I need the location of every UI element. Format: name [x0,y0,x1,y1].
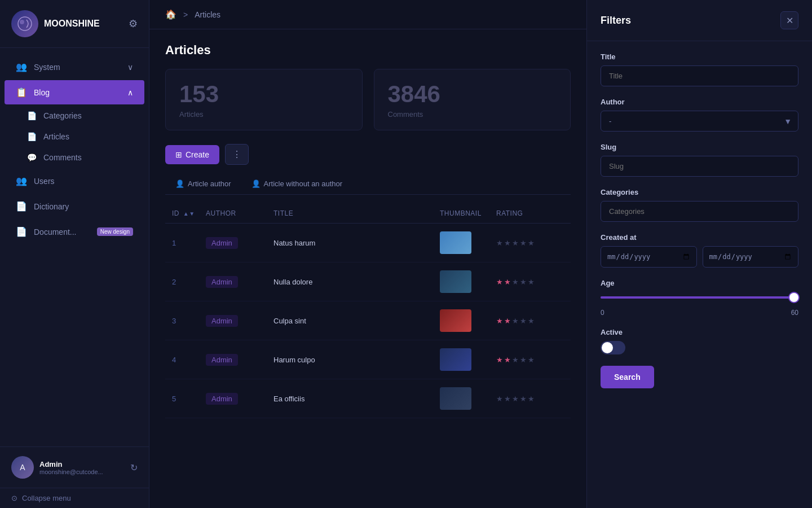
cell-thumbnail [440,231,496,254]
author-tab-icon: 👤 [175,179,184,188]
new-design-badge: New design [97,227,133,236]
articles-icon: 📄 [27,132,37,141]
filter-input-slug[interactable] [601,156,798,177]
create-icon: ⊞ [175,150,182,159]
filter-header: Filters ✕ [587,0,812,41]
filter-select-author[interactable]: - [601,111,798,132]
sidebar-item-blog[interactable]: 📋 Blog ∧ [5,80,144,104]
toolbar: ⊞ Create ⋮ [165,144,571,165]
cell-title: Ea officiis [273,395,440,403]
age-range-container: 0 60 [601,292,798,317]
cell-author: Admin [206,315,273,327]
filter-field-title: Title [601,52,798,86]
blog-icon: 📋 [16,87,27,98]
filter-label-active: Active [601,328,798,336]
chevron-up-icon: ∧ [127,88,133,97]
filter-label-age: Age [601,279,798,287]
sidebar-item-comments[interactable]: 💬 Comments [5,147,144,168]
sort-icon: ▲▼ [183,211,195,217]
filter-panel-title: Filters [601,15,631,27]
filter-panel: Filters ✕ Title Author - ▼ Slug Categori… [586,0,812,508]
range-values: 0 60 [601,309,798,317]
sidebar-item-dictionary[interactable]: 📄 Dictionary [5,194,144,218]
tab-article-with-author[interactable]: 👤 Article author [165,174,241,195]
filter-label-slug: Slug [601,143,798,151]
categories-icon: 📄 [27,111,37,120]
sidebar-item-system[interactable]: 👥 System ∨ [5,55,144,79]
chevron-down-icon: ∨ [127,63,133,72]
cell-title: Culpa sint [273,317,440,325]
svg-point-0 [18,17,32,30]
filter-close-button[interactable]: ✕ [780,11,798,29]
sidebar-logo: MOONSHINE ⚙ [0,0,149,48]
user-action-icon[interactable]: ↻ [130,462,138,473]
collapse-menu-button[interactable]: ⊙ Collapse menu [0,488,149,508]
filter-field-created-at: Created at [601,233,798,268]
range-track-wrapper [601,292,798,303]
cell-thumbnail [440,270,496,293]
filter-label-author: Author [601,98,798,106]
filter-body: Title Author - ▼ Slug Categories Created [587,41,812,508]
cell-rating: ★★★★★ [496,317,564,325]
avatar: A [11,456,34,479]
gear-icon[interactable]: ⚙ [129,17,138,30]
breadcrumb-articles: Articles [195,10,220,19]
articles-count: 153 [179,81,348,108]
col-id: ID ▲▼ [172,209,206,217]
table-row: 1 Admin Natus harum ★★★★★ [165,224,571,262]
filter-field-age: Age 0 60 [601,279,798,317]
cell-rating: ★★★★★ [496,356,564,364]
main-content-area: 🏠 > Articles Articles 153 Articles 3846 … [149,0,586,508]
more-actions-button[interactable]: ⋮ [225,144,249,165]
filter-label-created-at: Created at [601,233,798,242]
filter-field-slug: Slug [601,143,798,177]
sidebar-item-documents[interactable]: 📄 Document... New design [5,220,144,244]
cell-rating: ★★★★★ [496,239,564,247]
sidebar-item-categories[interactable]: 📄 Categories [5,106,144,126]
filter-date-from[interactable] [601,246,697,268]
filter-input-categories[interactable] [601,201,798,222]
user-name: Admin [39,460,125,468]
cell-author: Admin [206,354,273,366]
range-fill [601,296,798,299]
comments-label: Comments [388,110,557,119]
filter-date-to[interactable] [703,246,799,268]
filter-label-categories: Categories [601,188,798,196]
cell-thumbnail [440,348,496,371]
stat-comments: 3846 Comments [374,69,571,130]
cell-author: Admin [206,237,273,249]
cell-author: Admin [206,276,273,288]
toggle-wrapper [601,341,798,354]
create-button[interactable]: ⊞ Create [165,145,219,164]
filter-input-title[interactable] [601,65,798,86]
filter-label-title: Title [601,52,798,61]
active-toggle[interactable] [601,341,625,354]
articles-content: Articles 153 Articles 3846 Comments ⊞ Cr… [149,29,586,508]
cell-thumbnail [440,387,496,410]
user-profile: A Admin moonshine@cutcode... ↻ [0,446,149,488]
col-title: Title [273,209,440,217]
topbar: 🏠 > Articles [149,0,586,29]
cell-thumbnail [440,309,496,332]
tab-article-without-author[interactable]: 👤 Article without an author [241,174,352,195]
filter-field-author: Author - ▼ [601,98,798,132]
sidebar-nav: 👥 System ∨ 📋 Blog ∧ 📄 Categories 📄 Artic… [0,48,149,446]
stats-row: 153 Articles 3846 Comments [165,69,571,130]
user-info: Admin moonshine@cutcode... [39,460,125,475]
comments-icon: 💬 [27,153,37,162]
table-row: 5 Admin Ea officiis ★★★★★ [165,379,571,418]
sidebar-item-articles[interactable]: 📄 Articles [5,126,144,147]
dictionary-icon: 📄 [16,201,27,212]
search-button[interactable]: Search [601,366,654,388]
sidebar-item-users[interactable]: 👥 Users [5,169,144,193]
stat-articles: 153 Articles [165,69,363,130]
table-row: 3 Admin Culpa sint ★★★★★ [165,301,571,340]
home-breadcrumb-icon[interactable]: 🏠 [165,9,176,20]
users-icon: 👥 [16,176,27,186]
cell-id: 2 [172,278,206,286]
cell-id: 1 [172,239,206,247]
articles-table: ID ▲▼ Author Title Thumbnail Rating 1 Ad… [165,204,571,418]
sidebar: MOONSHINE ⚙ 👥 System ∨ 📋 Blog ∧ 📄 Catego… [0,0,149,508]
range-max-value: 60 [791,309,798,317]
col-author: Author [206,209,273,217]
